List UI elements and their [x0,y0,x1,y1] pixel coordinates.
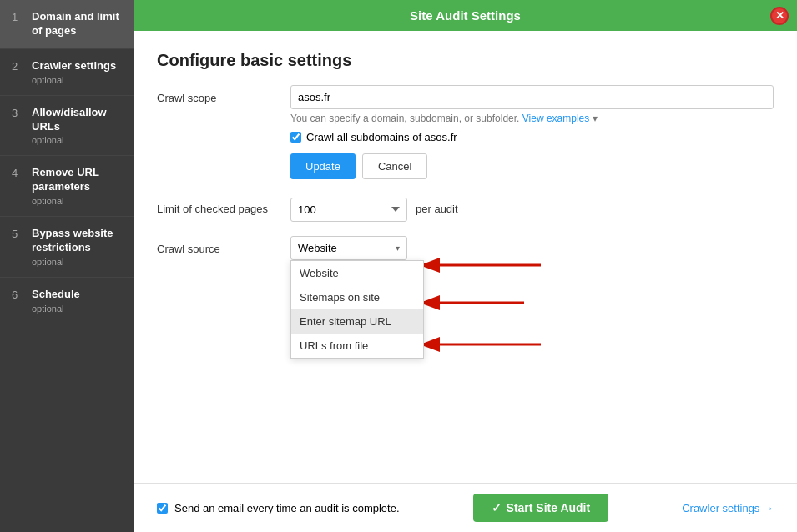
checkmark-icon: ✓ [492,501,502,514]
per-audit-label: per audit [416,196,458,223]
sidebar-item-sub-5: optional [32,257,122,267]
dropdown-item-urls-file[interactable]: URLs from file [291,334,423,358]
subdomains-row: Crawl all subdomains of asos.fr [290,131,774,143]
limit-content: 100 500 1000 per audit [290,196,774,223]
modal-body: Configure basic settings Crawl scope You… [134,31,797,483]
sidebar-item-remove[interactable]: 4 Remove URL parameters optional [0,156,134,217]
sidebar-num-1: 1 [12,10,23,23]
sidebar-item-sub-3: optional [32,135,122,145]
sidebar-item-label-2: Crawler settings [32,59,122,73]
modal: Site Audit Settings ✕ Configure basic se… [134,0,797,532]
crawl-source-row: Crawl source Website ▾ Website Sitemaps … [157,236,774,260]
sidebar-item-label-1: Domain and limit of pages [32,10,122,38]
crawl-source-content: Website ▾ Website Sitemaps on site Enter… [290,236,774,260]
sidebar-item-bypass[interactable]: 5 Bypass website restrictions optional [0,217,134,278]
chevron-down-icon: ▾ [396,243,400,253]
update-cancel-group: Update Cancel [290,153,774,179]
crawl-source-value: Website [298,242,337,254]
sidebar-item-schedule[interactable]: 6 Schedule optional [0,278,134,324]
limit-select[interactable]: 100 500 1000 [290,198,407,222]
crawl-source-dropdown[interactable]: Website ▾ [290,236,407,260]
start-audit-label: Start Site Audit [507,501,591,514]
sidebar-num-2: 2 [12,59,23,73]
sidebar-item-label-6: Schedule [32,288,122,302]
cancel-button[interactable]: Cancel [362,153,427,179]
crawl-scope-label: Crawl scope [157,85,290,104]
sidebar-item-sub-2: optional [32,75,122,85]
sidebar-item-label-4: Remove URL parameters [32,166,122,194]
sidebar-num-5: 5 [12,227,23,240]
crawl-scope-content: You can specify a domain, subdomain, or … [290,85,774,183]
crawl-scope-hint: You can specify a domain, subdomain, or … [290,113,774,124]
subdomains-checkbox[interactable] [290,132,301,143]
sidebar-item-sub-6: optional [32,304,122,314]
page-title: Configure basic settings [157,51,774,70]
update-button[interactable]: Update [290,153,356,179]
view-examples-link[interactable]: View examples [522,113,589,124]
sidebar-item-label-5: Bypass website restrictions [32,227,122,255]
sidebar-item-allow[interactable]: 3 Allow/disallow URLs optional [0,96,134,157]
dropdown-item-sitemaps[interactable]: Sitemaps on site [291,285,423,309]
modal-header: Site Audit Settings ✕ [134,0,797,31]
modal-footer: Send an email every time an audit is com… [134,483,797,532]
sidebar: 1 Domain and limit of pages 2 Crawler se… [0,0,134,532]
email-checkbox[interactable] [157,503,168,514]
footer-left: Send an email every time an audit is com… [157,502,400,514]
crawl-scope-input[interactable] [290,85,774,109]
crawl-source-label: Crawl source [157,236,290,255]
sidebar-num-3: 3 [12,106,23,119]
sidebar-item-domain[interactable]: 1 Domain and limit of pages [0,0,134,49]
sidebar-item-label-3: Allow/disallow URLs [32,106,122,134]
dropdown-item-website[interactable]: Website [291,261,423,285]
modal-title: Site Audit Settings [410,8,521,23]
crawl-scope-row: Crawl scope You can specify a domain, su… [157,85,774,183]
crawl-source-menu: Website Sitemaps on site Enter sitemap U… [290,260,424,359]
limit-label: Limit of checked pages [157,196,290,215]
sidebar-num-6: 6 [12,288,23,301]
start-audit-button[interactable]: ✓ Start Site Audit [473,494,609,522]
limit-row: Limit of checked pages 100 500 1000 per … [157,196,774,223]
crawler-settings-link[interactable]: Crawler settings → [682,502,774,514]
dropdown-item-sitemap-url[interactable]: Enter sitemap URL [291,309,423,334]
subdomains-label: Crawl all subdomains of asos.fr [306,131,457,143]
modal-close-button[interactable]: ✕ [770,7,789,25]
sidebar-num-4: 4 [12,166,23,179]
sidebar-item-sub-4: optional [32,196,122,206]
email-label: Send an email every time an audit is com… [174,502,400,514]
crawl-source-wrapper: Website ▾ Website Sitemaps on site Enter… [290,236,774,260]
sidebar-item-crawler[interactable]: 2 Crawler settings optional [0,49,134,96]
